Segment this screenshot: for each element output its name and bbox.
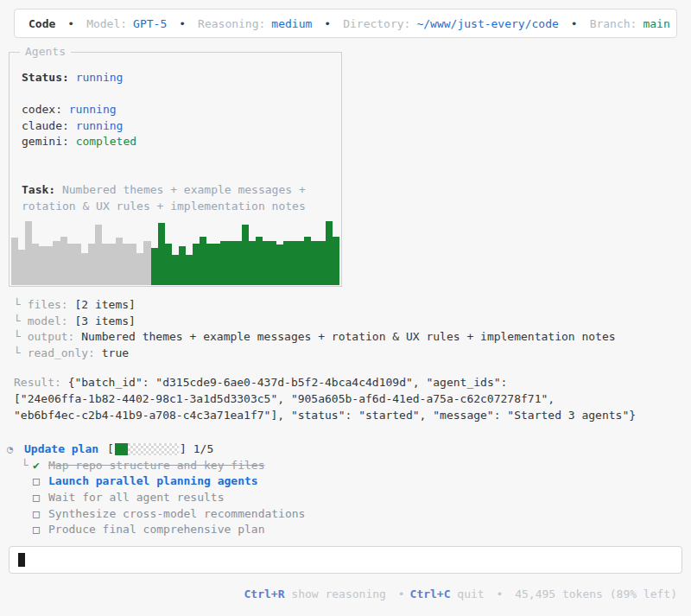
tree-indent [22,490,33,506]
clock-icon: ◔ [7,441,24,458]
progress-bracket-open: [ [107,441,114,458]
result-block: Result: {"batch_id": "d315cde9-6ae0-437d… [14,375,684,423]
activity-bar [102,244,109,285]
agent-state: running [69,103,117,116]
separator-dot: • [497,587,504,600]
shortcut-label: quit [451,587,491,600]
activity-bar [32,244,39,285]
plan-item: □Synthesize cross-model recommendations [22,506,684,523]
activity-bar [326,221,333,285]
agent-activity-chart [11,218,339,285]
activity-bar [60,237,67,285]
tree-branch-glyph: └ [22,458,33,474]
activity-bar [46,246,53,285]
segment-label: Directory: [343,17,410,30]
plan-block: ◔ Update plan [ ] 1/5 └✔Map repo structu… [7,441,684,538]
activity-bar [193,244,200,285]
tree-value: [3 items] [74,314,135,327]
activity-bar [290,241,297,285]
activity-bar [311,241,318,285]
activity-bar [39,246,46,285]
result-line: ["24e06ffa-1b82-4402-98c1-3a1d5d3303c5",… [14,391,684,408]
task-text: Numbered themes + example messages + rot… [22,183,306,213]
tree-branch-glyph: └ [14,314,28,327]
tree-indent [22,506,33,523]
header-segment: Branch:main [590,17,670,30]
plan-item: □Wait for all agent results [22,490,684,506]
activity-bar [11,238,18,285]
activity-bar [18,250,25,285]
activity-bar [53,241,60,285]
tree-value: Numbered themes + example messages + rot… [81,330,615,343]
activity-bar [276,244,283,285]
shortcut-label: show reasoning [285,587,393,600]
agents-panel: Agents Status: running codex: runningcla… [9,52,342,287]
tree-branch-glyph: └ [14,346,28,359]
status-label: Status: [22,71,69,84]
tree-branch-glyph: └ [14,330,28,343]
agent-name: codex: [22,103,69,116]
tree-indent [22,522,33,538]
checkbox-icon: □ [33,473,48,490]
activity-bar [109,244,116,285]
tree-row: └ model: [3 items] [14,314,684,330]
activity-bar [25,221,32,285]
activity-bar [165,244,172,285]
activity-bar [123,244,130,285]
status-value: running [76,71,124,84]
tree-value: [2 items] [74,298,135,311]
tool-args-tree: └ files: [2 items]└ model: [3 items]└ ou… [14,297,684,361]
agent-state: completed [76,135,136,148]
activity-bar [249,241,256,285]
result-line: "eb6bf4ec-c2b4-41b9-a708-c4c3a71ea1f7"],… [14,408,684,424]
header-segment: Reasoning:medium [198,17,312,30]
segment-value: GPT-5 [133,17,167,30]
activity-bar [136,253,143,285]
footer-bar: Ctrl+R show reasoning •Ctrl+C quit • 45,… [0,587,677,600]
tree-branch-glyph: └ [14,298,28,311]
tree-value: true [102,346,129,359]
task-row: Task: Numbered themes + example messages… [22,182,329,214]
activity-bar [213,244,220,285]
segment-label: Model: [86,17,127,30]
plan-item: □Launch parallel planning agents [22,473,684,490]
text-cursor [18,553,25,567]
activity-bar [74,244,81,285]
tree-row: └ output: Numbered themes + example mess… [14,329,684,346]
activity-bar [172,255,179,285]
tree-indent [22,473,33,490]
activity-bar [88,244,95,285]
checkbox-icon: □ [33,522,48,538]
activity-bar [158,223,165,285]
plan-progress-count: 1/5 [193,441,213,458]
activity-bar [200,237,206,285]
command-input[interactable] [9,546,682,574]
result-label: Result: [14,376,68,389]
plan-item-label: Synthesize cross-model recommendations [48,506,305,523]
tree-key: files: [28,298,75,311]
activity-bar [130,244,136,285]
segment-value: medium [271,17,312,30]
separator-dot: • [179,17,186,30]
activity-bar [297,241,304,285]
segment-value: main [643,17,669,30]
agents-status-row: Status: running [22,70,329,86]
shortcut-key: Ctrl+C [410,587,451,600]
activity-bar [242,225,249,285]
segment-value: ~/www/just-every/code [416,17,558,30]
tree-key: read_only: [28,346,102,359]
agent-status-row: claude: running [22,118,329,135]
tree-key: model: [28,314,75,327]
checkbox-icon: □ [33,490,48,506]
activity-bar [333,237,339,285]
activity-bar [283,241,290,285]
activity-bar [206,244,213,285]
activity-bar [95,225,102,285]
separator-dot: • [571,17,578,30]
separator-dot: • [67,17,74,30]
agent-name: gemini: [22,135,76,148]
result-text: {"batch_id": "d315cde9-6ae0-437d-b5f2-4b… [68,376,508,389]
tree-row: └ files: [2 items] [14,297,684,314]
checkbox-icon: □ [33,506,48,523]
activity-bar [235,241,242,285]
